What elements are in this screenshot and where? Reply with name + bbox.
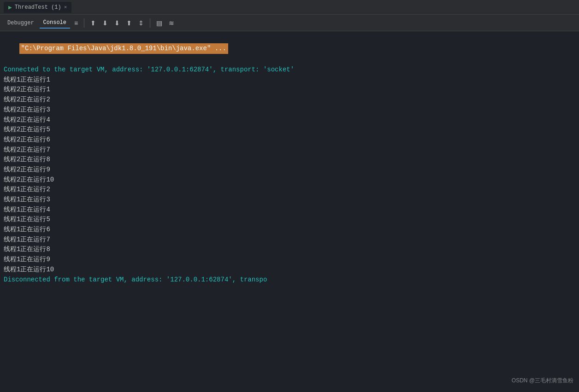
scroll-up-button[interactable]: ⬆ <box>88 18 98 28</box>
output-line: 线程2正在运行6 <box>4 135 575 145</box>
connected-line: Connected to the target VM, address: '12… <box>4 65 575 75</box>
scroll-up-top-button[interactable]: ⬆ <box>124 18 134 28</box>
output-line: 线程2正在运行5 <box>4 125 575 135</box>
settings-button[interactable]: ≋ <box>166 18 177 28</box>
output-line: 线程1正在运行3 <box>4 195 575 205</box>
close-icon[interactable]: × <box>64 5 67 10</box>
toolbar-separator <box>84 18 84 28</box>
output-line: 线程2正在运行9 <box>4 165 575 175</box>
output-line: 线程2正在运行7 <box>4 145 575 155</box>
cmd-line: "C:\Program Files\Java\jdk1.8.0_191\bin\… <box>4 33 575 65</box>
console-area: "C:\Program Files\Java\jdk1.8.0_191\bin\… <box>0 31 579 392</box>
watermark: OSDN @三毛村滴雪鱼粉 <box>512 377 573 385</box>
menu-button[interactable]: ≡ <box>72 18 80 28</box>
output-line: 线程2正在运行3 <box>4 105 575 115</box>
output-line: 线程2正在运行4 <box>4 115 575 125</box>
output-line: 线程2正在运行8 <box>4 155 575 165</box>
output-line: 线程2正在运行2 <box>4 95 575 105</box>
output-line: 线程1正在运行8 <box>4 245 575 255</box>
title-bar: ▶ ThreadTest (1) × <box>0 0 579 15</box>
output-line: 线程1正在运行7 <box>4 235 575 245</box>
output-line: 线程1正在运行1 <box>4 75 575 85</box>
output-lines-container: 线程1正在运行1线程2正在运行1线程2正在运行2线程2正在运行3线程2正在运行4… <box>4 75 575 275</box>
scroll-down-button[interactable]: ⬇ <box>112 18 122 28</box>
output-line: 线程1正在运行4 <box>4 205 575 215</box>
scroll-down-end-button[interactable]: ⬇ <box>100 18 110 28</box>
disconnected-line: Disconnected from the target VM, address… <box>4 275 575 285</box>
output-line: 线程1正在运行2 <box>4 185 575 195</box>
output-line: 线程1正在运行6 <box>4 225 575 235</box>
output-line: 线程1正在运行5 <box>4 215 575 225</box>
debugger-tab[interactable]: Debugger <box>4 18 38 28</box>
output-line: 线程1正在运行10 <box>4 265 575 275</box>
clear-button[interactable]: ▤ <box>154 18 165 28</box>
title-label: ThreadTest (1) <box>15 4 61 11</box>
filter-button[interactable]: ⇕ <box>136 18 146 28</box>
console-tab[interactable]: Console <box>40 18 70 29</box>
toolbar-separator-2 <box>150 18 150 28</box>
cmd-text: "C:\Program Files\Java\jdk1.8.0_191\bin\… <box>19 43 228 54</box>
output-line: 线程2正在运行10 <box>4 175 575 185</box>
toolbar: Debugger Console ≡ ⬆ ⬇ ⬇ ⬆ ⇕ ▤ ≋ <box>0 15 579 31</box>
output-line: 线程1正在运行9 <box>4 255 575 265</box>
title-icon: ▶ <box>8 4 12 11</box>
title-tab[interactable]: ▶ ThreadTest (1) × <box>4 2 71 13</box>
output-line: 线程2正在运行1 <box>4 85 575 95</box>
